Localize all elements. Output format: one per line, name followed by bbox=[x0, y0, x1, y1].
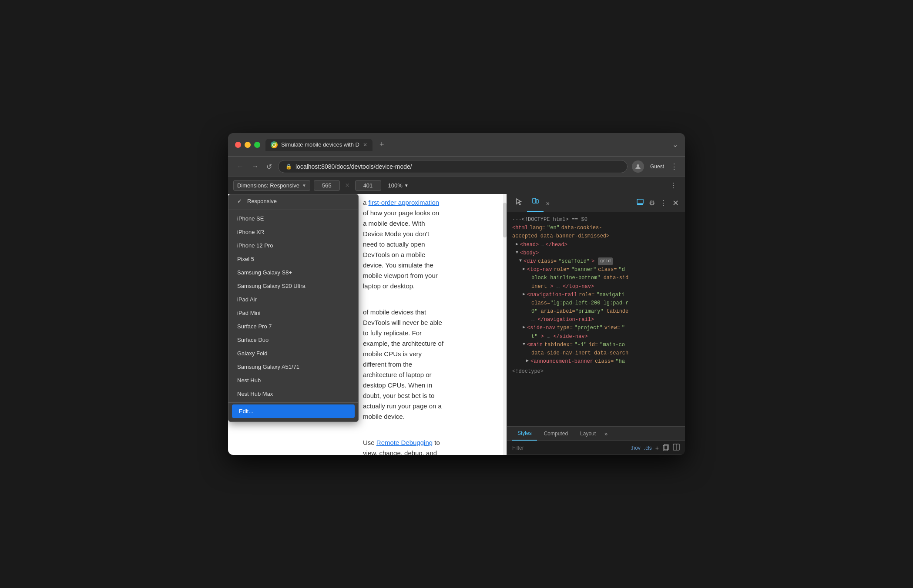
page-paragraph-4: Use Remote Debugging to view, change, de… bbox=[363, 438, 444, 455]
ipad-air-label: iPad Air bbox=[237, 296, 257, 303]
back-button[interactable]: ← bbox=[235, 161, 245, 172]
address-input[interactable]: 🔒 localhost:8080/docs/devtools/device-mo… bbox=[278, 160, 628, 173]
zoom-selector[interactable]: 100% ▼ bbox=[385, 180, 412, 190]
announcement-triangle-icon[interactable]: ▶ bbox=[526, 357, 529, 364]
dropdown-item-pixel-5[interactable]: Pixel 5 bbox=[228, 252, 358, 266]
dropdown-item-nest-hub[interactable]: Nest Hub bbox=[228, 374, 358, 387]
html-side-nav[interactable]: ▶ <side-nav type="project" view=" bbox=[523, 324, 680, 332]
height-input[interactable] bbox=[355, 180, 381, 191]
window-chevron-icon[interactable]: ⌄ bbox=[672, 140, 678, 149]
remote-debugging-link[interactable]: Remote Debugging bbox=[376, 439, 433, 446]
html-html-tag-cont: accepted data-banner-dismissed> bbox=[512, 232, 680, 241]
nest-hub-max-label: Nest Hub Max bbox=[237, 391, 273, 397]
toolbar-more-icon[interactable]: ⋮ bbox=[668, 180, 680, 191]
page-area: Responsive iPhone SE iPhone XR iPhone 12… bbox=[228, 194, 507, 455]
dropdown-item-samsung-a51-71[interactable]: Samsung Galaxy A51/71 bbox=[228, 360, 358, 374]
scaffold-triangle-icon[interactable]: ▼ bbox=[519, 257, 522, 264]
close-button[interactable] bbox=[235, 142, 241, 148]
svg-point-0 bbox=[272, 143, 276, 147]
first-order-link[interactable]: first-order approximation bbox=[369, 199, 440, 206]
devtools-close-icon[interactable]: ✕ bbox=[670, 195, 681, 211]
html-body-open[interactable]: ▼ <body> bbox=[516, 249, 680, 257]
html-announcement-banner[interactable]: ▶ <announcement-banner class="ha bbox=[526, 357, 680, 366]
side-nav-triangle-icon[interactable]: ▶ bbox=[523, 324, 525, 331]
browser-window: Simulate mobile devices with D ✕ + ⌄ ← →… bbox=[228, 133, 685, 455]
dimensions-selector[interactable]: Dimensions: Responsive ▼ bbox=[233, 180, 310, 191]
tab-layout[interactable]: Layout bbox=[575, 427, 601, 440]
dropdown-item-iphone-12-pro[interactable]: iPhone 12 Pro bbox=[228, 239, 358, 252]
nav-rail-triangle-icon[interactable]: ▶ bbox=[523, 291, 525, 298]
html-scaffold-div[interactable]: ▼ <div class="scaffold" > grid bbox=[519, 257, 680, 266]
html-head-collapsed[interactable]: ▶ <head> … </head> bbox=[516, 241, 680, 249]
main-triangle-icon[interactable]: ▼ bbox=[523, 341, 525, 348]
tab-styles[interactable]: Styles bbox=[512, 427, 537, 441]
url-text: localhost:8080/docs/devtools/device-mode… bbox=[295, 163, 412, 170]
devtools-panel: » ⚙ ⋮ ✕ ···<!DOCTYPE html> == $0 bbox=[507, 194, 685, 455]
dropdown-item-samsung-s8plus[interactable]: Samsung Galaxy S8+ bbox=[228, 266, 358, 279]
reload-button[interactable]: ↺ bbox=[265, 161, 274, 173]
page-scrollbar[interactable] bbox=[503, 194, 507, 455]
top-nav-triangle-icon[interactable]: ▶ bbox=[523, 266, 525, 273]
dropdown-item-surface-duo[interactable]: Surface Duo bbox=[228, 333, 358, 347]
console-drawer-icon[interactable] bbox=[634, 195, 646, 211]
page-paragraph-1: a first-order approximation of how your … bbox=[363, 197, 444, 291]
svg-rect-2 bbox=[533, 198, 536, 203]
dropdown-item-samsung-s20-ultra[interactable]: Samsung Galaxy S20 Ultra bbox=[228, 279, 358, 293]
html-nav-rail[interactable]: ▶ <navigation-rail role="navigati bbox=[523, 291, 680, 299]
ipad-mini-label: iPad Mini bbox=[237, 310, 260, 316]
surface-pro-7-label: Surface Pro 7 bbox=[237, 323, 272, 330]
dropdown-item-iphone-se[interactable]: iPhone SE bbox=[228, 212, 358, 225]
filter-cls-button[interactable]: .cls bbox=[644, 445, 652, 451]
html-side-nav-end: t" > … </side-nav> bbox=[523, 333, 680, 341]
forward-button[interactable]: → bbox=[250, 161, 260, 172]
body-triangle-icon[interactable]: ▼ bbox=[516, 249, 518, 256]
html-content: ···<!DOCTYPE html> == $0 <html lang="en"… bbox=[507, 212, 685, 426]
device-toolbar-icon[interactable] bbox=[527, 194, 544, 212]
dropdown-item-iphone-xr[interactable]: iPhone XR bbox=[228, 225, 358, 239]
new-tab-button[interactable]: + bbox=[376, 138, 388, 151]
element-selector-icon[interactable] bbox=[510, 194, 527, 211]
iphone-12-pro-label: iPhone 12 Pro bbox=[237, 242, 273, 249]
profile-button[interactable] bbox=[632, 160, 644, 173]
panel-tabs: » ⚙ ⋮ ✕ bbox=[507, 194, 685, 212]
svg-rect-4 bbox=[637, 199, 643, 204]
dropdown-edit-button[interactable]: Edit... bbox=[232, 404, 355, 418]
dimensions-arrow-icon: ▼ bbox=[302, 183, 306, 188]
html-main-open[interactable]: ▼ <main tabindex="-1" id="main-co bbox=[523, 341, 680, 349]
styles-tab-label: Styles bbox=[517, 430, 532, 436]
styles-tabs-overflow[interactable]: » bbox=[603, 427, 609, 441]
width-input[interactable] bbox=[314, 180, 340, 191]
panel-tabs-overflow[interactable]: » bbox=[544, 196, 552, 210]
filter-add-button[interactable]: + bbox=[655, 444, 659, 451]
head-triangle-icon[interactable]: ▶ bbox=[516, 241, 518, 248]
tab-bar: Simulate mobile devices with D ✕ + bbox=[265, 138, 667, 151]
minimize-button[interactable] bbox=[245, 142, 251, 148]
dropdown-item-surface-pro-7[interactable]: Surface Pro 7 bbox=[228, 320, 358, 333]
active-tab[interactable]: Simulate mobile devices with D ✕ bbox=[265, 139, 373, 151]
dropdown-item-ipad-air[interactable]: iPad Air bbox=[228, 293, 358, 306]
galaxy-fold-label: Galaxy Fold bbox=[237, 350, 267, 357]
samsung-a51-71-label: Samsung Galaxy A51/71 bbox=[237, 364, 299, 370]
iphone-se-label: iPhone SE bbox=[237, 215, 264, 222]
profile-label: Guest bbox=[650, 164, 664, 170]
tab-computed[interactable]: Computed bbox=[539, 427, 573, 440]
dropdown-item-galaxy-fold[interactable]: Galaxy Fold bbox=[228, 347, 358, 360]
dropdown-item-responsive[interactable]: Responsive bbox=[228, 194, 358, 208]
settings-icon[interactable]: ⚙ bbox=[646, 195, 658, 210]
maximize-button[interactable] bbox=[254, 142, 260, 148]
dropdown-item-nest-hub-max[interactable]: Nest Hub Max bbox=[228, 387, 358, 401]
browser-menu-icon[interactable]: ⋮ bbox=[670, 162, 678, 171]
html-doctype-bottom[interactable]: <!doctype> bbox=[512, 366, 680, 378]
filter-hov-button[interactable]: :hov bbox=[631, 445, 641, 451]
tab-title: Simulate mobile devices with D bbox=[281, 141, 359, 148]
styles-filter-input[interactable] bbox=[512, 445, 627, 451]
html-top-nav[interactable]: ▶ <top-nav role="banner" class="d bbox=[523, 266, 680, 274]
dropdown-item-ipad-mini[interactable]: iPad Mini bbox=[228, 306, 358, 320]
filter-expand-icon[interactable] bbox=[673, 444, 680, 452]
page-scrollbar-thumb[interactable] bbox=[503, 203, 507, 237]
doctype-comment: ···<!DOCTYPE html> == $0 bbox=[512, 216, 587, 224]
tab-close-button[interactable]: ✕ bbox=[363, 142, 367, 148]
filter-copy-icon[interactable] bbox=[662, 444, 669, 452]
devtools-more-icon[interactable]: ⋮ bbox=[658, 195, 670, 210]
html-html-tag[interactable]: <html lang="en" data-cookies- bbox=[512, 224, 680, 232]
